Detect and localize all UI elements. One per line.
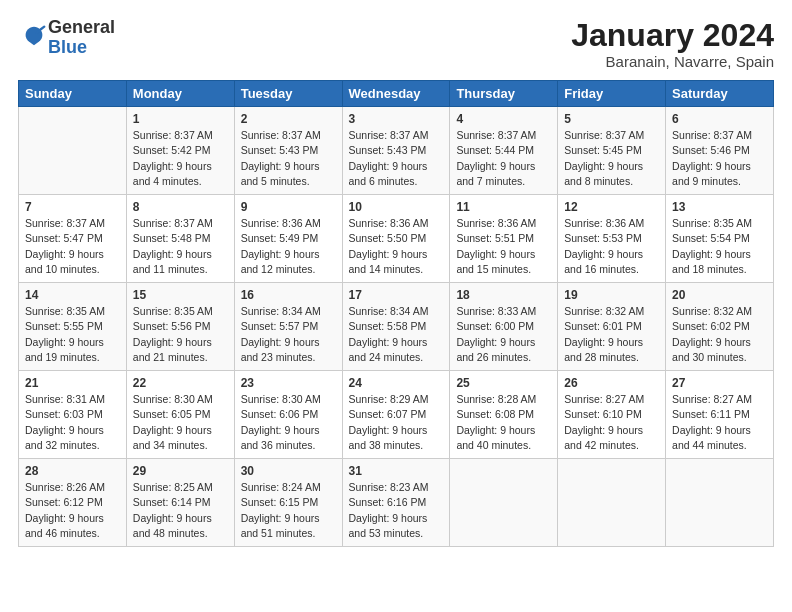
sunset-text: Sunset: 6:02 PM xyxy=(672,320,750,332)
sunset-text: Sunset: 5:54 PM xyxy=(672,232,750,244)
day-number: 12 xyxy=(564,200,659,214)
sunrise-text: Sunrise: 8:28 AM xyxy=(456,393,536,405)
calendar-table: SundayMondayTuesdayWednesdayThursdayFrid… xyxy=(18,80,774,547)
sunset-text: Sunset: 6:10 PM xyxy=(564,408,642,420)
sunrise-text: Sunrise: 8:24 AM xyxy=(241,481,321,493)
sunset-text: Sunset: 5:46 PM xyxy=(672,144,750,156)
daylight-text: Daylight: 9 hours and 11 minutes. xyxy=(133,248,212,275)
sunrise-text: Sunrise: 8:27 AM xyxy=(564,393,644,405)
day-info: Sunrise: 8:29 AM Sunset: 6:07 PM Dayligh… xyxy=(349,392,444,453)
calendar-cell xyxy=(558,459,666,547)
calendar-cell: 5 Sunrise: 8:37 AM Sunset: 5:45 PM Dayli… xyxy=(558,107,666,195)
calendar-cell: 14 Sunrise: 8:35 AM Sunset: 5:55 PM Dayl… xyxy=(19,283,127,371)
day-number: 7 xyxy=(25,200,120,214)
sunset-text: Sunset: 5:57 PM xyxy=(241,320,319,332)
calendar-cell: 19 Sunrise: 8:32 AM Sunset: 6:01 PM Dayl… xyxy=(558,283,666,371)
calendar-cell: 17 Sunrise: 8:34 AM Sunset: 5:58 PM Dayl… xyxy=(342,283,450,371)
calendar-cell: 30 Sunrise: 8:24 AM Sunset: 6:15 PM Dayl… xyxy=(234,459,342,547)
day-info: Sunrise: 8:24 AM Sunset: 6:15 PM Dayligh… xyxy=(241,480,336,541)
day-number: 25 xyxy=(456,376,551,390)
day-info: Sunrise: 8:34 AM Sunset: 5:58 PM Dayligh… xyxy=(349,304,444,365)
week-row-4: 21 Sunrise: 8:31 AM Sunset: 6:03 PM Dayl… xyxy=(19,371,774,459)
day-number: 20 xyxy=(672,288,767,302)
day-info: Sunrise: 8:37 AM Sunset: 5:43 PM Dayligh… xyxy=(241,128,336,189)
day-info: Sunrise: 8:25 AM Sunset: 6:14 PM Dayligh… xyxy=(133,480,228,541)
sunrise-text: Sunrise: 8:32 AM xyxy=(672,305,752,317)
calendar-cell: 18 Sunrise: 8:33 AM Sunset: 6:00 PM Dayl… xyxy=(450,283,558,371)
day-number: 27 xyxy=(672,376,767,390)
sunset-text: Sunset: 6:11 PM xyxy=(672,408,750,420)
daylight-text: Daylight: 9 hours and 26 minutes. xyxy=(456,336,535,363)
page: General Blue January 2024 Baranain, Nava… xyxy=(0,0,792,612)
daylight-text: Daylight: 9 hours and 14 minutes. xyxy=(349,248,428,275)
calendar-cell: 20 Sunrise: 8:32 AM Sunset: 6:02 PM Dayl… xyxy=(666,283,774,371)
day-number: 11 xyxy=(456,200,551,214)
day-number: 13 xyxy=(672,200,767,214)
calendar-cell: 25 Sunrise: 8:28 AM Sunset: 6:08 PM Dayl… xyxy=(450,371,558,459)
sunset-text: Sunset: 5:42 PM xyxy=(133,144,211,156)
daylight-text: Daylight: 9 hours and 21 minutes. xyxy=(133,336,212,363)
day-number: 15 xyxy=(133,288,228,302)
sunrise-text: Sunrise: 8:36 AM xyxy=(349,217,429,229)
calendar-title: January 2024 xyxy=(571,18,774,53)
day-number: 24 xyxy=(349,376,444,390)
calendar-cell: 31 Sunrise: 8:23 AM Sunset: 6:16 PM Dayl… xyxy=(342,459,450,547)
sunset-text: Sunset: 5:51 PM xyxy=(456,232,534,244)
sunrise-text: Sunrise: 8:26 AM xyxy=(25,481,105,493)
calendar-cell: 15 Sunrise: 8:35 AM Sunset: 5:56 PM Dayl… xyxy=(126,283,234,371)
day-header-wednesday: Wednesday xyxy=(342,81,450,107)
sunrise-text: Sunrise: 8:37 AM xyxy=(241,129,321,141)
calendar-cell: 24 Sunrise: 8:29 AM Sunset: 6:07 PM Dayl… xyxy=(342,371,450,459)
sunrise-text: Sunrise: 8:36 AM xyxy=(456,217,536,229)
day-number: 2 xyxy=(241,112,336,126)
sunset-text: Sunset: 5:44 PM xyxy=(456,144,534,156)
sunrise-text: Sunrise: 8:34 AM xyxy=(349,305,429,317)
sunset-text: Sunset: 5:45 PM xyxy=(564,144,642,156)
day-number: 3 xyxy=(349,112,444,126)
day-info: Sunrise: 8:37 AM Sunset: 5:43 PM Dayligh… xyxy=(349,128,444,189)
sunrise-text: Sunrise: 8:37 AM xyxy=(133,217,213,229)
sunrise-text: Sunrise: 8:37 AM xyxy=(564,129,644,141)
day-number: 30 xyxy=(241,464,336,478)
daylight-text: Daylight: 9 hours and 15 minutes. xyxy=(456,248,535,275)
day-number: 21 xyxy=(25,376,120,390)
day-info: Sunrise: 8:37 AM Sunset: 5:44 PM Dayligh… xyxy=(456,128,551,189)
calendar-cell: 12 Sunrise: 8:36 AM Sunset: 5:53 PM Dayl… xyxy=(558,195,666,283)
day-info: Sunrise: 8:27 AM Sunset: 6:10 PM Dayligh… xyxy=(564,392,659,453)
calendar-cell: 2 Sunrise: 8:37 AM Sunset: 5:43 PM Dayli… xyxy=(234,107,342,195)
sunset-text: Sunset: 5:48 PM xyxy=(133,232,211,244)
daylight-text: Daylight: 9 hours and 19 minutes. xyxy=(25,336,104,363)
sunrise-text: Sunrise: 8:30 AM xyxy=(241,393,321,405)
sunrise-text: Sunrise: 8:29 AM xyxy=(349,393,429,405)
daylight-text: Daylight: 9 hours and 30 minutes. xyxy=(672,336,751,363)
day-info: Sunrise: 8:30 AM Sunset: 6:05 PM Dayligh… xyxy=(133,392,228,453)
calendar-cell: 13 Sunrise: 8:35 AM Sunset: 5:54 PM Dayl… xyxy=(666,195,774,283)
sunset-text: Sunset: 5:47 PM xyxy=(25,232,103,244)
calendar-cell: 16 Sunrise: 8:34 AM Sunset: 5:57 PM Dayl… xyxy=(234,283,342,371)
sunset-text: Sunset: 5:43 PM xyxy=(241,144,319,156)
sunrise-text: Sunrise: 8:34 AM xyxy=(241,305,321,317)
day-number: 4 xyxy=(456,112,551,126)
calendar-subtitle: Baranain, Navarre, Spain xyxy=(571,53,774,70)
day-info: Sunrise: 8:28 AM Sunset: 6:08 PM Dayligh… xyxy=(456,392,551,453)
sunset-text: Sunset: 5:49 PM xyxy=(241,232,319,244)
day-info: Sunrise: 8:27 AM Sunset: 6:11 PM Dayligh… xyxy=(672,392,767,453)
day-number: 28 xyxy=(25,464,120,478)
daylight-text: Daylight: 9 hours and 34 minutes. xyxy=(133,424,212,451)
calendar-cell: 28 Sunrise: 8:26 AM Sunset: 6:12 PM Dayl… xyxy=(19,459,127,547)
day-info: Sunrise: 8:36 AM Sunset: 5:50 PM Dayligh… xyxy=(349,216,444,277)
day-info: Sunrise: 8:37 AM Sunset: 5:47 PM Dayligh… xyxy=(25,216,120,277)
title-block: January 2024 Baranain, Navarre, Spain xyxy=(571,18,774,70)
day-info: Sunrise: 8:34 AM Sunset: 5:57 PM Dayligh… xyxy=(241,304,336,365)
calendar-cell: 8 Sunrise: 8:37 AM Sunset: 5:48 PM Dayli… xyxy=(126,195,234,283)
calendar-cell: 23 Sunrise: 8:30 AM Sunset: 6:06 PM Dayl… xyxy=(234,371,342,459)
day-number: 6 xyxy=(672,112,767,126)
daylight-text: Daylight: 9 hours and 28 minutes. xyxy=(564,336,643,363)
calendar-cell: 21 Sunrise: 8:31 AM Sunset: 6:03 PM Dayl… xyxy=(19,371,127,459)
daylight-text: Daylight: 9 hours and 10 minutes. xyxy=(25,248,104,275)
day-header-saturday: Saturday xyxy=(666,81,774,107)
sunset-text: Sunset: 5:50 PM xyxy=(349,232,427,244)
week-row-3: 14 Sunrise: 8:35 AM Sunset: 5:55 PM Dayl… xyxy=(19,283,774,371)
week-row-1: 1 Sunrise: 8:37 AM Sunset: 5:42 PM Dayli… xyxy=(19,107,774,195)
day-info: Sunrise: 8:32 AM Sunset: 6:01 PM Dayligh… xyxy=(564,304,659,365)
